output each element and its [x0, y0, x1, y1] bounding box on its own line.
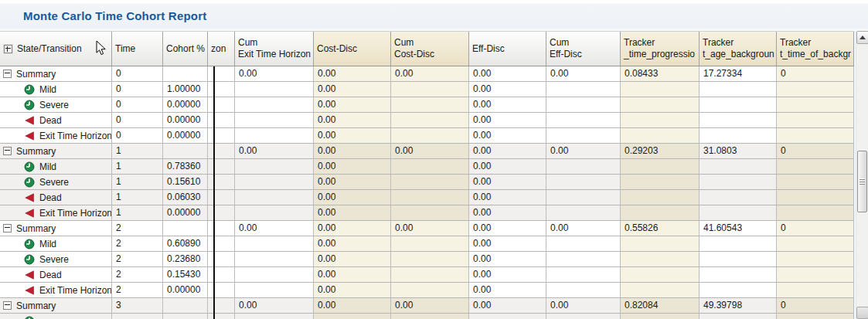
detail-row[interactable]: Exit Time Horizon00.000000.000.00	[0, 128, 854, 144]
cell-cum_eth: 0.00	[235, 298, 314, 313]
transition-arrow-icon	[24, 192, 35, 203]
summary-row[interactable]: Summary00.000.000.000.000.000.0843317.27…	[0, 66, 854, 82]
detail-row[interactable]: Severe20.236800.000.00	[0, 252, 854, 267]
detail-row[interactable]: Severe00.000000.000.00	[0, 97, 854, 113]
cell-st: Exit Time Horizon	[0, 283, 112, 297]
state-clock-icon	[24, 84, 35, 95]
detail-row[interactable]: Dead10.060300.000.00	[0, 190, 854, 205]
cell-trk2	[700, 82, 777, 97]
column-header-zon[interactable]: zon	[208, 32, 235, 66]
column-header-trk2[interactable]: Tracker t_age_backgroun	[700, 32, 777, 66]
cell-trk3	[777, 190, 854, 205]
cell-trk2	[700, 283, 777, 297]
cell-st: Mild	[0, 159, 112, 174]
cell-cohort	[163, 298, 208, 313]
detail-row[interactable]: Dead00.000000.000.00	[0, 113, 854, 128]
cell-trk2: 49.39798	[700, 298, 777, 313]
row-label: Severe	[39, 100, 69, 110]
cell-trk3	[777, 113, 854, 127]
cell-trk1	[621, 283, 700, 297]
state-clock-icon	[24, 100, 35, 110]
detail-row[interactable]: Severe10.156100.000.00	[0, 175, 854, 190]
column-header-cum_eff[interactable]: Cum Eff-Disc	[546, 32, 621, 66]
cell-cost: 0.00	[314, 113, 391, 127]
cell-trk2	[700, 190, 777, 205]
cell-time: 0	[112, 128, 163, 143]
cell-trk3	[777, 267, 854, 282]
column-header-label: Tracker t_time_of_backgr	[780, 37, 851, 59]
transition-arrow-icon	[24, 285, 35, 296]
column-header-label: Eff-Disc	[472, 43, 505, 55]
detail-row[interactable]: Exit Time Horizon20.000000.000.00	[0, 283, 854, 298]
cell-cost: 0.00	[314, 205, 391, 220]
cell-time: 2	[112, 283, 163, 297]
cell-cum_cost: 0.00	[391, 221, 469, 236]
cell-eff: 0.00	[469, 144, 546, 158]
cell-trk3: 0	[777, 144, 854, 158]
cell-cohort: 0.00000	[163, 113, 208, 127]
scrollbar-down-button[interactable]	[856, 307, 868, 319]
cell-time: 2	[112, 221, 163, 236]
cell-cost: 0.00	[314, 175, 391, 189]
cell-cum_cost	[391, 283, 469, 297]
cell-cum_eth	[235, 82, 314, 97]
cell-time: 3	[112, 298, 163, 313]
collapse-row-icon[interactable]	[3, 301, 12, 310]
cell-trk1	[621, 252, 700, 266]
detail-row[interactable]: Exit Time Horizon10.000000.000.00	[0, 205, 854, 221]
cell-st	[0, 314, 112, 319]
cell-cum_cost	[391, 267, 469, 282]
detail-row[interactable]: Mild20.608900.000.00	[0, 236, 854, 252]
column-header-eff[interactable]: Eff-Disc	[469, 32, 546, 66]
detail-row[interactable]: Dead20.154300.000.00	[0, 267, 854, 283]
scrollbar-up-button[interactable]	[856, 31, 868, 44]
cell-cum_eff	[546, 314, 621, 319]
cell-cum_eth	[235, 267, 314, 282]
cell-st: Summary	[0, 221, 112, 236]
cell-zon	[208, 236, 235, 251]
detail-row[interactable]	[0, 314, 854, 319]
cell-trk3	[777, 175, 854, 189]
cell-trk2: 41.60543	[700, 221, 777, 236]
expand-all-icon[interactable]	[4, 45, 12, 53]
scrollbar-thumb[interactable]	[857, 151, 867, 212]
cell-trk3	[777, 236, 854, 251]
column-header-time[interactable]: Time	[112, 32, 163, 66]
cell-cum_cost	[391, 190, 469, 205]
cell-trk3: 0	[777, 66, 854, 81]
column-header-cum_eth[interactable]: Cum Exit Time Horizon	[235, 32, 314, 66]
column-header-cum_cost[interactable]: Cum Cost-Disc	[391, 32, 469, 66]
state-clock-icon	[24, 177, 35, 188]
cell-cum_eth: 0.00	[235, 144, 314, 158]
detail-row[interactable]: Mild01.000000.000.00	[0, 82, 854, 97]
detail-row[interactable]: Mild10.783600.000.00	[0, 159, 854, 175]
cell-eff: 0.00	[469, 128, 546, 143]
summary-row[interactable]: Summary30.000.000.000.000.000.8208449.39…	[0, 298, 854, 314]
column-header-cost[interactable]: Cost-Disc	[314, 32, 391, 66]
cell-time: 2	[112, 267, 163, 282]
cell-trk2	[700, 113, 777, 127]
row-label: Mild	[39, 239, 56, 249]
cell-trk3	[777, 252, 854, 266]
column-header-cohort[interactable]: Cohort %	[163, 32, 208, 66]
cell-cum_eff	[546, 113, 621, 127]
column-header-trk3[interactable]: Tracker t_time_of_backgr	[777, 32, 854, 66]
cell-st: Summary	[0, 144, 112, 158]
collapse-row-icon[interactable]	[3, 70, 12, 78]
cell-cost: 0.00	[314, 298, 391, 313]
cell-cohort: 0.06030	[163, 190, 208, 205]
transition-arrow-icon	[24, 115, 35, 126]
cell-zon	[208, 128, 235, 143]
cell-cum_eff	[546, 252, 621, 266]
column-resize-guide-line	[213, 66, 215, 319]
cell-cum_cost: 0.00	[391, 144, 469, 158]
cell-cohort: 0.00000	[163, 205, 208, 220]
summary-row[interactable]: Summary10.000.000.000.000.000.2920331.08…	[0, 144, 854, 159]
column-header-trk1[interactable]: Tracker _time_progressio	[621, 32, 700, 66]
summary-row[interactable]: Summary20.000.000.000.000.000.5582641.60…	[0, 221, 854, 236]
state-clock-icon	[24, 254, 35, 265]
collapse-row-icon[interactable]	[3, 224, 12, 232]
collapse-row-icon[interactable]	[3, 147, 12, 155]
vertical-scrollbar[interactable]	[856, 31, 868, 319]
cell-zon	[208, 159, 235, 174]
